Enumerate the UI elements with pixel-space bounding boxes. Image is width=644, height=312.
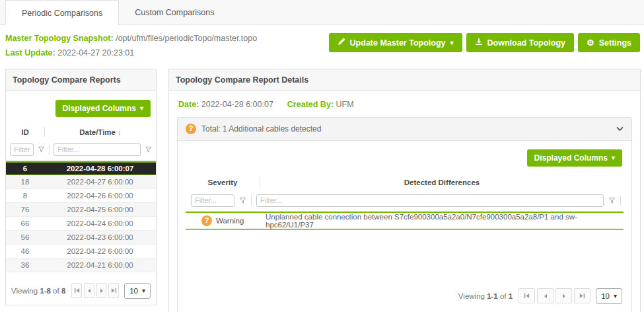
created-by-value: UFM — [336, 100, 354, 109]
last-page-button[interactable] — [108, 283, 119, 298]
settings-button[interactable]: ⚙ Settings — [578, 33, 640, 52]
topology-info: Master Topology Snapshot: /opt/ufm/files… — [5, 32, 257, 61]
reports-table-rows: 6 2022-04-28 6:00:07 18 2022-04-27 6:00:… — [6, 161, 156, 272]
difference-text: Unplanned cable connection between S7cfe… — [260, 213, 624, 229]
difference-row[interactable]: ? Warning Unplanned cable connection bet… — [186, 213, 624, 230]
right-displayed-columns-button[interactable]: Displayed Columns ▾ — [527, 149, 622, 167]
viewing-label: Viewing 1-1 of 1 — [458, 292, 513, 300]
download-topology-label: Download Topology — [487, 38, 566, 48]
gear-icon: ⚙ — [587, 38, 594, 47]
tab-periodic-comparisons[interactable]: Periodic Comparisons — [5, 0, 119, 25]
column-header-severity[interactable]: Severity — [186, 178, 260, 186]
previous-page-button[interactable] — [537, 288, 554, 303]
column-header-id[interactable]: ID — [6, 128, 44, 136]
topology-compare-reports-panel: Topology Compare Reports Displayed Colum… — [5, 69, 157, 305]
update-master-topology-label: Update Master Topology — [350, 38, 446, 48]
filter-funnel-icon[interactable] — [145, 146, 152, 153]
date-label: Date: — [178, 100, 199, 109]
row-id: 46 — [6, 247, 44, 255]
topology-compare-report-details-panel: Topology Compare Report Details Date: 20… — [168, 69, 641, 312]
severity-cell: ? Warning — [186, 215, 260, 226]
left-filter-row — [6, 140, 156, 161]
column-header-detected-differences[interactable]: Detected Differences — [260, 178, 624, 186]
last-page-button[interactable] — [574, 288, 590, 303]
filter-funnel-icon[interactable] — [608, 197, 616, 204]
left-displayed-columns-button[interactable]: Displayed Columns ▾ — [55, 100, 151, 117]
tab-bar: Periodic Comparisons Custom Comparisons — [0, 0, 644, 25]
additional-cables-section-header[interactable]: ? Total: 1 Additional cables detected — [178, 118, 631, 141]
row-id: 36 — [6, 261, 44, 269]
table-row[interactable]: 76 2022-04-25 6:00:00 — [6, 203, 156, 217]
severity-filter-input[interactable] — [191, 194, 234, 207]
filter-divider — [620, 196, 621, 206]
page-size-select[interactable]: 10 ▾ — [596, 288, 622, 304]
pencil-icon — [338, 38, 345, 48]
table-row[interactable]: 18 2022-04-27 6:00:00 — [6, 175, 156, 189]
id-filter-input[interactable] — [10, 143, 34, 156]
filter-divider — [49, 145, 50, 155]
master-topology-label: Master Topology Snapshot: — [5, 34, 114, 43]
right-panel-body: Date: 2022-04-28 6:00:07 Created By: UFM… — [169, 91, 640, 312]
master-topology-value: /opt/ufm/files/periodicTopo/master.topo — [116, 34, 257, 43]
row-id: 76 — [6, 206, 44, 214]
warning-question-icon: ? — [201, 215, 212, 226]
update-master-topology-button[interactable]: Update Master Topology ▾ — [329, 33, 462, 52]
left-displayed-columns-label: Displayed Columns — [63, 104, 136, 113]
filter-funnel-icon[interactable] — [239, 197, 246, 204]
created-by-label: Created By: — [287, 100, 334, 109]
question-icon: ? — [186, 124, 196, 134]
table-empty-space — [186, 230, 624, 283]
download-topology-button[interactable]: Download Topology — [466, 33, 575, 52]
viewing-label: Viewing 1-8 of 8 — [11, 287, 65, 295]
left-table-header: ID Date/Time↓ — [6, 124, 156, 140]
additional-cables-section: ? Total: 1 Additional cables detected Di… — [177, 117, 632, 312]
filter-divider — [251, 196, 252, 206]
row-datetime: 2022-04-23 6:00:00 — [44, 233, 156, 241]
info-row: Master Topology Snapshot: /opt/ufm/files… — [0, 25, 644, 67]
download-icon — [475, 38, 483, 48]
table-row[interactable]: 46 2022-04-22 6:00:00 — [6, 245, 156, 258]
report-meta-line: Date: 2022-04-28 6:00:07 Created By: UFM — [178, 100, 632, 109]
table-row[interactable]: 56 2022-04-23 6:00:00 — [6, 231, 156, 245]
differences-filter-input[interactable] — [256, 194, 604, 207]
caret-down-icon: ▾ — [450, 40, 454, 46]
datetime-filter-input[interactable] — [54, 143, 141, 156]
page-size-select[interactable]: 10 ▾ — [124, 283, 151, 299]
column-header-datetime-label: Date/Time — [79, 128, 116, 136]
row-datetime: 2022-04-21 6:00:00 — [44, 261, 156, 269]
table-row[interactable]: 36 2022-04-21 6:00:00 — [6, 258, 156, 272]
first-page-button[interactable] — [71, 283, 82, 298]
topology-actions: Update Master Topology ▾ Download Topolo… — [329, 32, 640, 52]
table-row[interactable]: 8 2022-04-26 6:00:00 — [6, 189, 156, 203]
row-datetime: 2022-04-26 6:00:00 — [44, 192, 156, 200]
row-datetime: 2022-04-24 6:00:00 — [44, 219, 156, 227]
row-id: 66 — [6, 219, 44, 227]
next-page-button[interactable] — [96, 283, 107, 298]
caret-down-icon: ▾ — [140, 105, 143, 112]
left-panel-title: Topology Compare Reports — [6, 69, 156, 91]
previous-page-button[interactable] — [84, 283, 94, 298]
additional-cables-section-content: Displayed Columns ▾ Severity Detected Di… — [178, 141, 631, 312]
right-displayed-columns-label: Displayed Columns — [534, 153, 608, 163]
last-update-value: 2022-04-27 20:23:01 — [57, 48, 134, 58]
additional-cables-section-title: Total: 1 Additional cables detected — [201, 124, 321, 134]
table-row[interactable]: 6 2022-04-28 6:00:07 — [6, 161, 156, 175]
row-datetime: 2022-04-25 6:00:00 — [44, 206, 156, 214]
filter-funnel-icon[interactable] — [38, 146, 45, 153]
next-page-button[interactable] — [555, 288, 572, 303]
table-row[interactable]: 66 2022-04-24 6:00:00 — [6, 217, 156, 231]
right-panel-title: Topology Compare Report Details — [169, 69, 640, 91]
last-update-line: Last Update: 2022-04-27 20:23:01 — [5, 46, 257, 61]
row-datetime: 2022-04-28 6:00:07 — [44, 165, 156, 173]
tab-custom-comparisons[interactable]: Custom Comparisons — [119, 0, 230, 24]
sort-descending-icon: ↓ — [118, 128, 122, 136]
settings-label: Settings — [599, 38, 631, 48]
caret-down-icon: ▾ — [612, 155, 615, 161]
row-id: 6 — [6, 165, 44, 173]
chevron-down-icon[interactable] — [616, 126, 624, 132]
first-page-button[interactable] — [519, 288, 535, 303]
caret-down-icon: ▾ — [614, 293, 617, 299]
row-datetime: 2022-04-22 6:00:00 — [44, 247, 156, 255]
differences-table-header: Severity Detected Differences — [186, 174, 624, 191]
column-header-datetime[interactable]: Date/Time↓ — [45, 128, 156, 136]
